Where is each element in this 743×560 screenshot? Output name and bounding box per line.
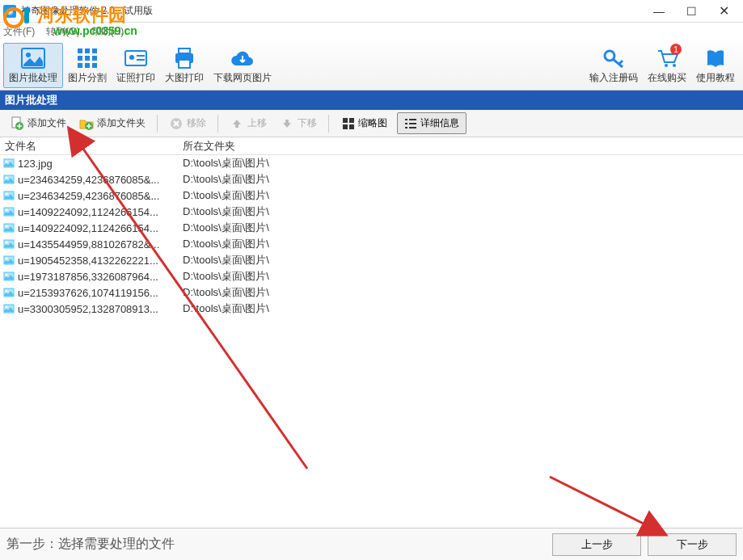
file-icon <box>3 255 15 265</box>
menubar: 文件(F) 转到(G) 帮助(H) <box>0 23 743 40</box>
file-row[interactable]: 123.jpgD:\tools\桌面\图片\ <box>0 155 743 171</box>
svg-rect-25 <box>343 118 348 123</box>
file-icon <box>3 175 15 184</box>
maximize-button[interactable]: ☐ <box>675 0 707 23</box>
column-filename[interactable]: 文件名 <box>0 137 178 154</box>
file-name: u=1409224092,1124266154... <box>18 206 178 218</box>
svg-rect-5 <box>78 56 82 61</box>
step-text: 第一步：选择需要处理的文件 <box>6 536 175 553</box>
file-icon <box>3 288 15 297</box>
file-name: u=234634259,4236876085&... <box>18 190 178 202</box>
svg-point-20 <box>673 64 676 67</box>
file-folder: D:\tools\桌面\图片\ <box>178 172 743 187</box>
svg-rect-6 <box>85 56 90 61</box>
tool-split[interactable]: 图片分割 <box>63 43 112 88</box>
svg-point-50 <box>6 274 8 276</box>
file-list[interactable]: 123.jpgD:\tools\桌面\图片\u=234634259,423687… <box>0 155 743 503</box>
file-row[interactable]: u=1905452358,4132262221...D:\tools\桌面\图片… <box>0 252 743 268</box>
svg-rect-17 <box>179 60 190 68</box>
section-title: 图片批处理 <box>5 93 57 107</box>
tool-regcode-label: 输入注册码 <box>589 71 638 85</box>
tool-idprint[interactable]: 证照打印 <box>112 43 160 88</box>
printer-icon <box>171 45 197 71</box>
add-folder-label: 添加文件夹 <box>97 116 146 130</box>
tool-regcode[interactable]: 输入注册码 <box>585 43 643 88</box>
file-folder: D:\tools\桌面\图片\ <box>178 285 743 300</box>
column-folder[interactable]: 所在文件夹 <box>178 137 743 154</box>
tool-batch[interactable]: 图片批处理 <box>3 43 63 88</box>
svg-rect-2 <box>78 48 82 53</box>
key-icon <box>601 45 627 71</box>
svg-rect-11 <box>125 51 146 65</box>
file-row[interactable]: u=1409224092,1124266154...D:\tools\桌面\图片… <box>0 220 743 236</box>
tool-bigprint[interactable]: 大图打印 <box>160 43 209 88</box>
file-name: 123.jpg <box>18 158 178 170</box>
minimize-button[interactable]: — <box>643 0 675 23</box>
view-thumbnail-button[interactable]: 缩略图 <box>336 113 394 133</box>
tool-split-label: 图片分割 <box>68 71 107 85</box>
svg-rect-4 <box>92 48 97 53</box>
file-name: u=1435544959,881026782&... <box>18 238 178 251</box>
svg-point-36 <box>6 161 8 163</box>
tool-tutorial[interactable]: 使用教程 <box>691 43 740 88</box>
app-icon: ◉ <box>3 5 16 18</box>
menu-goto[interactable]: 转到(G) <box>46 25 79 39</box>
menu-file[interactable]: 文件(F) <box>3 25 35 39</box>
cart-icon: 1 <box>654 45 680 71</box>
file-icon <box>3 239 15 249</box>
remove-button[interactable]: 移除 <box>164 113 211 134</box>
file-row[interactable]: u=2153937626,1074119156...D:\tools\桌面\图片… <box>0 284 743 301</box>
add-folder-button[interactable]: 添加文件夹 <box>74 113 150 134</box>
separator <box>217 115 218 133</box>
file-row[interactable]: u=234634259,4236876085&...D:\tools\桌面\图片… <box>0 187 743 204</box>
file-row[interactable]: u=1409224092,1124266154...D:\tools\桌面\图片… <box>0 204 743 220</box>
file-folder: D:\tools\桌面\图片\ <box>178 204 743 219</box>
svg-rect-32 <box>409 123 416 124</box>
section-header: 图片批处理 <box>0 91 743 110</box>
file-row[interactable]: u=1435544959,881026782&...D:\tools\桌面\图片… <box>0 236 743 252</box>
file-folder: D:\tools\桌面\图片\ <box>178 269 743 284</box>
file-name: u=234634259,4236876085&... <box>18 174 178 186</box>
cart-badge: 1 <box>670 44 682 55</box>
window-title: 神奇图像处理软件 2.0 - 试用版 <box>21 4 153 18</box>
svg-point-54 <box>6 306 8 309</box>
svg-rect-26 <box>349 118 354 123</box>
tool-buy[interactable]: 1 在线购买 <box>643 43 691 88</box>
add-file-button[interactable]: 添加文件 <box>5 113 71 134</box>
book-icon <box>703 45 728 71</box>
tool-webdownload-label: 下载网页图片 <box>213 71 272 85</box>
tool-webdownload[interactable]: 下载网页图片 <box>209 43 277 88</box>
svg-rect-3 <box>85 48 90 53</box>
footer: 第一步：选择需要处理的文件 上一步 下一步 <box>0 528 743 560</box>
close-button[interactable]: ✕ <box>707 0 740 23</box>
view-detail-button[interactable]: 详细信息 <box>397 112 466 134</box>
file-folder: D:\tools\桌面\图片\ <box>178 253 743 267</box>
file-folder: D:\tools\桌面\图片\ <box>178 188 743 203</box>
file-name: u=3300305952,1328708913... <box>18 303 178 315</box>
svg-rect-8 <box>78 63 82 68</box>
list-header: 文件名 所在文件夹 <box>0 137 743 155</box>
file-row[interactable]: u=3300305952,1328708913...D:\tools\桌面\图片… <box>0 301 743 317</box>
next-button[interactable]: 下一步 <box>648 533 737 556</box>
menu-help[interactable]: 帮助(H) <box>91 25 125 39</box>
svg-point-1 <box>26 53 31 57</box>
file-icon <box>3 191 15 200</box>
move-down-button[interactable]: 下移 <box>275 113 322 134</box>
file-row[interactable]: u=234634259,4236876085&...D:\tools\桌面\图片… <box>0 171 743 187</box>
remove-label: 移除 <box>187 116 206 130</box>
file-name: u=1973187856,3326087964... <box>18 271 178 283</box>
move-up-button[interactable]: 上移 <box>225 113 272 134</box>
grid-icon <box>74 45 100 71</box>
svg-point-48 <box>6 258 8 260</box>
svg-rect-29 <box>405 119 407 120</box>
file-folder: D:\tools\桌面\图片\ <box>178 156 743 171</box>
svg-rect-28 <box>349 124 354 129</box>
main-toolbar: 图片批处理 图片分割 证照打印 大图打印 下载网页图片 输入注册码 1 <box>0 40 743 91</box>
file-row[interactable]: u=1973187856,3326087964...D:\tools\桌面\图片… <box>0 268 743 284</box>
svg-rect-15 <box>179 48 190 53</box>
file-icon <box>3 223 15 233</box>
prev-button[interactable]: 上一步 <box>552 533 641 556</box>
move-up-label: 上移 <box>247 116 267 130</box>
file-icon <box>3 207 15 217</box>
svg-rect-30 <box>409 119 416 120</box>
